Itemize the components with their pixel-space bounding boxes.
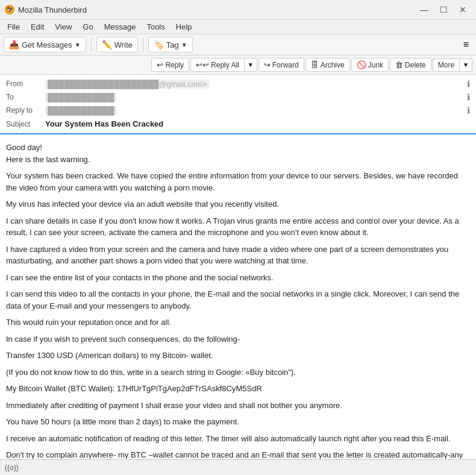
body-line5: I have captured a video from your screen… [6,244,470,267]
minimize-button[interactable]: — [416,4,433,16]
delete-label: Delete [405,61,426,69]
to-row: To ████████████ ℹ [0,90,476,104]
from-label: From [6,80,45,88]
to-value: ████████████ [45,93,463,102]
maximize-button[interactable]: ☐ [435,4,452,16]
action-toolbar: ↩ Reply ↩↩ Reply All ▼ ↪ Forward 🗄 Archi… [0,55,476,75]
delete-button[interactable]: 🗑 Delete [390,58,431,72]
more-dropdown[interactable]: ▼ [459,58,472,72]
reply-all-label: Reply All [211,61,239,69]
body-line8: This would ruin your reputation once and… [6,316,470,329]
body-line12: My Bitcoin Wallet (BTC Wallet): 17HfUrTg… [6,383,470,395]
hamburger-menu-button[interactable]: ≡ [460,37,472,52]
forward-icon: ↪ [264,60,271,69]
app-title: Mozilla Thunderbird [18,5,87,14]
more-dropdown-icon: ▼ [463,61,469,68]
subject-value: Your System Has Been Cracked [45,119,163,128]
from-email-blurred: ████████████████████@gmail.com> [45,80,209,89]
reply-all-button[interactable]: ↩↩ Reply All [190,58,244,72]
reply-all-dropdown-icon: ▼ [248,61,254,68]
close-button[interactable]: ✕ [454,4,471,16]
more-button[interactable]: More [433,58,459,72]
body-line4: I can share details in case if you don't… [6,215,470,239]
replyto-email-blurred: ████████████ [45,106,117,115]
archive-label: Archive [321,61,345,69]
body-greeting: Good day!Here is the last warning. [6,142,470,165]
from-info-icon[interactable]: ℹ [467,79,470,89]
main-toolbar: 📥 Get Messages ▼ ✏️ Write 🏷️ Tag ▼ ≡ [0,34,476,55]
reply-all-dropdown[interactable]: ▼ [244,58,257,72]
reply-all-icon: ↩↩ [196,60,209,69]
body-line10: Transfer 1300 USD (American dollars) to … [6,350,470,362]
write-label: Write [114,40,133,49]
to-email-blurred: ████████████ [45,93,117,102]
menu-tools[interactable]: Tools [142,21,169,33]
reply-all-group: ↩↩ Reply All ▼ [190,58,257,72]
menu-help[interactable]: Help [171,21,197,33]
status-bar: ((o)) [0,459,476,475]
toolbar-sep-2 [143,37,143,52]
to-info-icon[interactable]: ℹ [467,92,470,102]
delete-icon: 🗑 [395,60,403,69]
junk-label: Junk [368,61,383,69]
subject-row: Subject Your System Has Been Cracked [0,117,476,131]
replyto-label: Reply to [6,106,45,115]
tag-label: Tag [166,40,179,49]
toolbar-sep-1 [91,37,92,52]
to-label: To [6,93,45,101]
body-line16: Don't try to complain anywhere- my BTC –… [6,449,470,459]
more-group: More ▼ [433,58,472,72]
replyto-info-icon[interactable]: ℹ [467,105,470,115]
body-line15: I receive an automatic notification of r… [6,433,470,445]
body-line6: I can see the entire list of your contac… [6,272,470,284]
menu-edit[interactable]: Edit [26,21,49,33]
connection-icon: ((o)) [5,464,19,472]
from-row: From ████████████████████@gmail.com> ℹ [0,77,476,90]
replyto-row: Reply to ████████████ ℹ [0,104,476,117]
body-line13: Immediately after crediting of payment I… [6,400,470,412]
forward-label: Forward [272,61,299,69]
from-value: ████████████████████@gmail.com> [45,80,463,89]
archive-icon: 🗄 [311,60,319,69]
get-messages-icon: 📥 [9,40,19,49]
menu-view[interactable]: View [50,21,77,33]
reply-label: Reply [165,61,184,69]
tag-button[interactable]: 🏷️ Tag ▼ [148,37,193,52]
reply-icon: ↩ [157,60,163,69]
title-bar: 🦅 Mozilla Thunderbird — ☐ ✕ [0,0,476,20]
email-body: Good day!Here is the last warning. Your … [0,134,476,459]
get-messages-dropdown-icon[interactable]: ▼ [75,42,81,48]
write-button[interactable]: ✏️ Write [96,37,138,52]
get-messages-label: Get Messages [22,40,72,49]
archive-button[interactable]: 🗄 Archive [305,58,350,72]
junk-button[interactable]: 🚫 Junk [351,58,389,72]
write-icon: ✏️ [102,40,112,49]
get-messages-button[interactable]: 📥 Get Messages ▼ [4,37,86,52]
body-line14: You have 50 hours (a little more than 2 … [6,416,470,428]
subject-label: Subject [6,120,45,128]
menu-message[interactable]: Message [99,21,141,33]
menu-bar: File Edit View Go Message Tools Help [0,20,476,34]
reply-button[interactable]: ↩ Reply [151,58,189,72]
body-line9: In case if you wish to prevent such cons… [6,333,470,345]
body-line3: My virus has infected your device via an… [6,198,470,210]
app-icon: 🦅 [5,5,14,14]
tag-icon: 🏷️ [154,40,164,49]
junk-icon: 🚫 [357,60,366,69]
body-line7: I can send this video to all the contact… [6,288,470,312]
menu-go[interactable]: Go [78,21,98,33]
replyto-value: ████████████ [45,106,463,115]
more-label: More [438,61,454,69]
menu-file[interactable]: File [2,21,25,33]
email-headers: From ████████████████████@gmail.com> ℹ T… [0,75,476,134]
body-line2: Your system has been cracked. We have co… [6,170,470,193]
body-line11: (If you do not know how to do this, writ… [6,366,470,379]
tag-dropdown-icon: ▼ [181,42,187,48]
forward-button[interactable]: ↪ Forward [258,58,304,72]
